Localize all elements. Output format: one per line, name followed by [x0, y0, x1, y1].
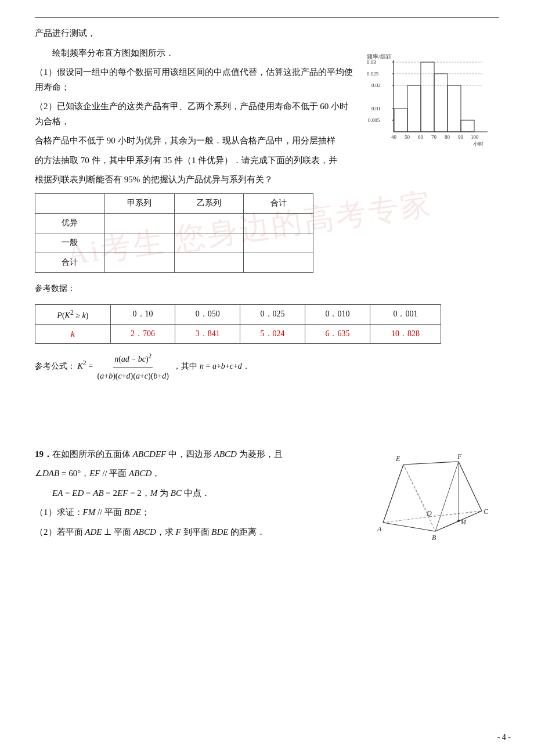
formula-line: 参考公式： K2 = n(ad − bc)2 (a+b)(c+d)(a+c)(b… [35, 350, 499, 384]
svg-text:0.01: 0.01 [371, 106, 381, 111]
svg-text:100: 100 [471, 134, 479, 140]
problem-text-col: 绘制频率分布直方图如图所示． （1）假设同一组中的每个数据可用该组区间的中点值代… [35, 46, 355, 279]
svg-text:70: 70 [431, 134, 437, 140]
svg-line-33 [383, 523, 435, 531]
svg-text:C: C [484, 507, 489, 516]
svg-rect-21 [461, 120, 474, 132]
histogram-chart: 频率/组距 0.03 0.025 [366, 52, 493, 150]
ref-data-label: 参考数据： [35, 283, 499, 294]
ctable-row-general: 一般 [35, 233, 313, 253]
ktable-row-p: P(K2 ≥ k) 0．10 0．050 0．025 0．010 0．001 [35, 304, 441, 325]
svg-text:0.025: 0.025 [367, 71, 379, 77]
formula-condition: ，其中 n = a+b+c+d． [173, 362, 250, 370]
ktable-p-4: 0．001 [370, 304, 441, 325]
svg-text:小时: 小时 [473, 141, 484, 147]
ktable-p-label: P(K2 ≥ k) [35, 304, 111, 325]
ctable-cell-g2 [174, 233, 244, 253]
svg-text:0.005: 0.005 [368, 117, 380, 123]
svg-point-41 [457, 520, 460, 522]
contingency-table: 甲系列 乙系列 合计 优异 一般 合计 [35, 193, 313, 273]
svg-text:0.03: 0.03 [367, 59, 376, 65]
ctable-header-0 [35, 193, 105, 213]
formula-equals: = [88, 362, 95, 370]
ctable-header-2: 乙系列 [174, 193, 244, 213]
svg-text:M: M [460, 518, 467, 526]
prob19-statement: 19．在如图所示的五面体 ABCDEF 中，四边形 ABCD 为菱形，且 [35, 447, 361, 462]
ctable-cell-t3 [244, 253, 313, 272]
ctable-row-excellent: 优异 [35, 213, 313, 233]
ctable-label-total: 合计 [35, 253, 105, 272]
histogram-svg: 频率/组距 0.03 0.025 [366, 52, 490, 150]
ctable-header-3: 合计 [244, 193, 313, 213]
ktable-wrap: P(K2 ≥ k) 0．10 0．050 0．025 0．010 0．001 k… [35, 304, 499, 344]
svg-text:60: 60 [418, 134, 424, 140]
svg-rect-17 [407, 85, 421, 132]
svg-line-42 [430, 511, 482, 517]
ktable-k-3: 6．635 [305, 325, 370, 344]
section-with-chart: 绘制频率分布直方图如图所示． （1）假设同一组中的每个数据可用该组区间的中点值代… [35, 46, 499, 279]
para-q2-3: 的方法抽取 70 件，其中甲系列有 35 件（1 件优异）．请完成下面的列联表，… [35, 153, 355, 168]
ctable-cell-g1 [104, 233, 174, 253]
svg-line-30 [383, 517, 430, 523]
ktable-p-3: 0．010 [305, 304, 370, 325]
svg-text:B: B [432, 534, 436, 540]
ktable-p-0: 0．10 [110, 304, 175, 325]
top-divider [35, 17, 499, 18]
intro-para-0: 产品进行测试， [35, 26, 499, 41]
svg-text:0.02: 0.02 [371, 82, 381, 88]
prob19-svg: E F A B C D M [371, 447, 496, 540]
svg-line-36 [403, 462, 459, 465]
prob19-number: 19． [35, 449, 52, 459]
svg-text:40: 40 [391, 134, 397, 140]
ctable-header-1: 甲系列 [104, 193, 174, 213]
formula-K2: K [78, 362, 83, 370]
para-q1: （1）假设同一组中的每个数据可用该组区间的中点值代替，估算这批产品的平均使用寿命… [35, 65, 355, 95]
k-squared-table: P(K2 ≥ k) 0．10 0．050 0．025 0．010 0．001 k… [35, 304, 441, 344]
ctable-cell-t1 [104, 253, 174, 272]
svg-text:D: D [426, 509, 432, 517]
para-q2-4: 根据列联表判断能否有 95% 的把握认为产品优异与系列有关？ [35, 172, 355, 188]
ctable-row-total: 合计 [35, 253, 313, 272]
svg-rect-16 [394, 109, 407, 132]
problem-divider [35, 402, 499, 437]
formula-label: 参考公式： [35, 362, 75, 370]
ctable-cell-t2 [174, 253, 244, 272]
ctable-cell-e3 [244, 213, 313, 233]
problem-19-text: 19．在如图所示的五面体 ABCDEF 中，四边形 ABCD 为菱形，且 ∠DA… [35, 447, 361, 545]
ktable-k-label: k [35, 325, 111, 344]
prob19-q2: （2）若平面 ADE ⊥ 平面 ABCD，求 F 到平面 BDE 的距离． [35, 525, 361, 540]
svg-rect-20 [448, 85, 461, 132]
svg-line-37 [459, 462, 482, 511]
formula-fraction: n(ad − bc)2 (a+b)(c+d)(a+c)(b+d) [96, 350, 170, 384]
svg-text:E: E [395, 455, 400, 463]
ktable-k-2: 5．024 [240, 325, 305, 344]
svg-line-38 [403, 465, 435, 531]
ktable-k-1: 3．841 [175, 325, 240, 344]
ktable-k-4: 10．828 [370, 325, 441, 344]
problem-19-diagram: E F A B C D M [371, 447, 499, 545]
svg-line-35 [383, 465, 403, 523]
para-q2-2: 合格产品中不低于 90 小时为优异，其余为一般．现从合格产品中，用分层抽样 [35, 134, 355, 149]
ktable-row-k: k 2．706 3．841 5．024 6．635 10．828 [35, 325, 441, 344]
problem-19-block: 19．在如图所示的五面体 ABCDEF 中，四边形 ABCD 为菱形，且 ∠DA… [35, 447, 499, 545]
svg-line-39 [435, 462, 459, 531]
ctable-cell-g3 [244, 233, 313, 253]
contingency-table-wrap: 甲系列 乙系列 合计 优异 一般 合计 [35, 193, 355, 273]
svg-text:50: 50 [405, 134, 410, 140]
prob19-q1: （1）求证：FM // 平面 BDE； [35, 505, 361, 520]
svg-text:A: A [377, 525, 382, 533]
page-number: - 4 - [497, 733, 511, 742]
ctable-cell-e2 [174, 213, 244, 233]
ctable-label-general: 一般 [35, 233, 105, 253]
svg-rect-19 [434, 74, 448, 132]
formula-denominator: (a+b)(c+d)(a+c)(b+d) [96, 368, 170, 384]
prob19-cond2: EA = ED = AB = 2EF = 2，M 为 BC 中点． [35, 486, 361, 501]
para-draw-chart: 绘制频率分布直方图如图所示． [35, 46, 355, 61]
svg-text:80: 80 [445, 134, 450, 140]
para-q2-1: （2）已知该企业生产的这类产品有甲、乙两个系列，产品使用寿命不低于 60 小时为… [35, 99, 355, 129]
svg-text:90: 90 [458, 134, 464, 140]
prob19-cond1: ∠DAB = 60°，EF // 平面 ABCD， [35, 466, 361, 481]
svg-text:F: F [457, 452, 462, 460]
svg-rect-18 [421, 62, 434, 132]
ktable-p-1: 0．050 [175, 304, 240, 325]
